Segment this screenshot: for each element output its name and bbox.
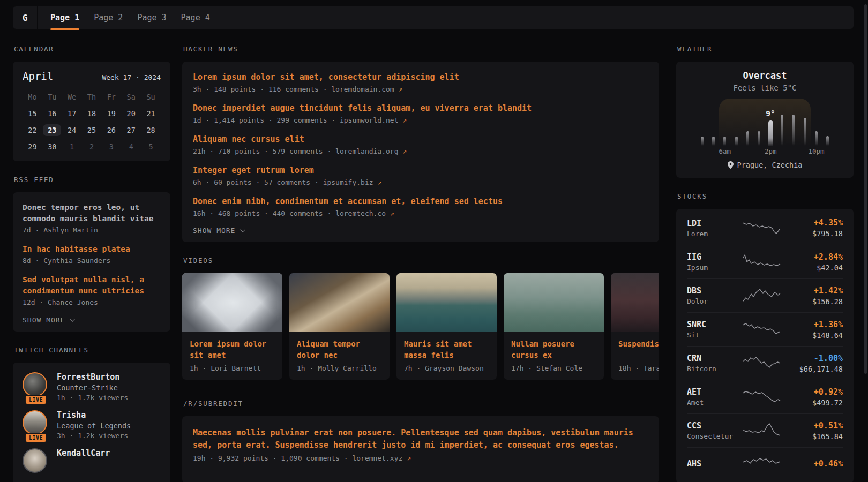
twitch-section-title: TWITCH CHANNELS	[14, 346, 170, 354]
stock-row-iig[interactable]: IIG Ipsum +2.84% $42.04	[687, 245, 843, 278]
calendar-day: 21	[141, 105, 161, 122]
stock-row-ldi[interactable]: LDI Lorem +4.35% $795.18	[687, 211, 843, 245]
video-card[interactable]: Lorem ipsum dolor sit amet consectetu… 1…	[182, 273, 282, 380]
twitch-section: TWITCH CHANNELS LIVE ForrestBurton Count…	[13, 346, 170, 482]
video-thumbnail	[504, 273, 604, 332]
videos-section: VIDEOS Lorem ipsum dolor sit amet consec…	[182, 257, 659, 380]
selected-day-label: 23	[43, 124, 61, 136]
stock-row-aet[interactable]: AET Amet +0.92% $499.72	[687, 380, 843, 413]
external-link-icon[interactable]: ↗	[402, 147, 407, 155]
hn-meta-text: 21h · 710 points · 579 comments · loreml…	[193, 147, 399, 155]
stock-sparkline	[743, 321, 782, 337]
hn-item-link[interactable]: Donec enim nibh, condimentum et accumsan…	[193, 195, 648, 207]
stock-symbol: AET	[687, 387, 736, 397]
videos-row: Lorem ipsum dolor sit amet consectetu… 1…	[182, 273, 659, 380]
calendar-day: 2	[82, 138, 102, 155]
tab-page-3[interactable]: Page 3	[137, 6, 166, 29]
top-nav: G Page 1 Page 2 Page 3 Page 4	[13, 6, 854, 29]
stock-row-ccs[interactable]: CCS Consectetur +0.51% $165.84	[687, 413, 843, 447]
video-card[interactable]: Mauris sit amet massa felis 7h · Grayson…	[396, 273, 497, 380]
hn-item-meta: 16h · 468 points · 440 comments · loremt…	[193, 209, 648, 217]
video-meta: 1h · Lori Barnett	[190, 364, 275, 372]
weather-hour-bar	[804, 118, 806, 146]
stock-sparkline	[743, 254, 782, 270]
hn-item-meta: 1d · 1,414 points · 299 comments · ipsum…	[193, 116, 648, 124]
page-scrollbar[interactable]	[864, 4, 867, 374]
avatar	[23, 448, 49, 473]
stock-row-snrc[interactable]: SNRC Sit +1.36% $148.64	[687, 312, 843, 346]
stock-symbol: DBS	[687, 286, 736, 296]
reddit-post-meta: 19h · 9,932 points · 1,090 comments · lo…	[193, 454, 648, 462]
avatar: LIVE	[23, 410, 49, 440]
external-link-icon[interactable]: ↗	[402, 116, 407, 124]
video-card[interactable]: Aliquam tempor dolor nec pharetra… 1h · …	[289, 273, 390, 380]
calendar-day: 16	[42, 105, 62, 122]
external-link-icon[interactable]: ↗	[390, 209, 394, 217]
rss-item-link[interactable]: Sed volutpat nulla nisl, a condimentum n…	[23, 274, 161, 297]
twitch-widget: LIVE ForrestBurton Counter-Strike 1h · 1…	[13, 363, 170, 482]
hn-item: Integer eget rutrum lorem 6h · 60 points…	[193, 164, 648, 186]
stock-change: +1.42%	[788, 286, 843, 296]
stocks-widget: LDI Lorem +4.35% $795.18 IIG Ipsum	[676, 209, 854, 482]
reddit-post-link[interactable]: Maecenas mollis pulvinar erat non posuer…	[193, 427, 648, 451]
dow-label: We	[62, 88, 82, 105]
rss-item-meta: 8d · Cynthia Saunders	[23, 257, 161, 265]
stock-sparkline	[743, 288, 782, 304]
hn-item-link[interactable]: Donec imperdiet augue tincidunt felis al…	[193, 102, 648, 114]
dow-label: Sa	[121, 88, 141, 105]
video-card[interactable]: Suspendisse diam 18h · Tara	[611, 273, 659, 380]
twitch-channel-kendallcarr[interactable]: KendallCarr	[23, 448, 161, 473]
hour-label: 10pm	[808, 147, 824, 155]
external-link-icon[interactable]: ↗	[407, 454, 411, 462]
tab-page-1[interactable]: Page 1	[50, 6, 79, 29]
weather-location: Prague, Czechia	[687, 161, 843, 169]
stock-row-crn[interactable]: CRN Bitcorn -1.00% $66,171.48	[687, 346, 843, 380]
stock-price: $499.72	[788, 398, 843, 407]
stock-change: +0.51%	[788, 421, 843, 431]
external-link-icon[interactable]: ↗	[399, 85, 403, 93]
hn-item-link[interactable]: Aliquam nec cursus elit	[193, 133, 648, 145]
stock-row-dbs[interactable]: DBS Dolor +1.42% $156.28	[687, 278, 843, 312]
rss-item-meta: 12d · Chance Jones	[23, 298, 161, 306]
channel-meta: 1h · 1.7k viewers	[57, 394, 128, 402]
video-thumbnail	[289, 273, 390, 332]
weather-hour-bar	[746, 131, 749, 146]
stock-row-ahs[interactable]: AHS +0.46%	[687, 447, 843, 481]
hn-item-link[interactable]: Lorem ipsum dolor sit amet, consectetur …	[193, 71, 648, 83]
tab-page-2[interactable]: Page 2	[94, 6, 123, 29]
video-thumbnail	[182, 273, 282, 332]
stock-change: +0.92%	[788, 387, 843, 397]
twitch-channel-forrestburton[interactable]: LIVE ForrestBurton Counter-Strike 1h · 1…	[23, 372, 161, 402]
hn-item-link[interactable]: Integer eget rutrum lorem	[193, 164, 648, 176]
twitch-channel-trisha[interactable]: LIVE Trisha League of Legends 3h · 1.2k …	[23, 410, 161, 440]
video-title: Mauris sit amet massa felis	[404, 338, 489, 361]
active-tab-underline	[50, 28, 79, 30]
video-title: Aliquam tempor dolor nec pharetra…	[297, 338, 382, 361]
rss-section-title: RSS FEED	[14, 176, 170, 184]
weather-section: WEATHER Overcast Feels like 5°C 9° 6am 2…	[676, 45, 854, 178]
calendar-section-title: CALENDAR	[14, 45, 170, 53]
hackernews-widget: Lorem ipsum dolor sit amet, consectetur …	[182, 62, 659, 242]
external-link-icon[interactable]: ↗	[377, 178, 381, 186]
rss-item-meta: 7d · Ashlyn Martin	[23, 226, 161, 234]
rss-item-link[interactable]: Donec tempor eros leo, ut commodo mauris…	[23, 202, 161, 224]
stock-change: +1.36%	[788, 320, 843, 329]
dow-label: Fr	[101, 88, 121, 105]
rss-item-link[interactable]: In hac habitasse platea	[23, 244, 161, 255]
weather-bars	[697, 99, 834, 146]
show-more-label: SHOW MORE	[23, 316, 65, 324]
hour-label: 2pm	[765, 147, 777, 155]
calendar-day: 3	[101, 138, 121, 155]
video-card[interactable]: Nullam posuere cursus ex 17h · Stefan Co…	[504, 273, 604, 380]
weather-hour-bar	[758, 131, 760, 146]
tab-page-4[interactable]: Page 4	[181, 6, 210, 29]
stock-change: +4.35%	[788, 218, 843, 228]
hackernews-section: HACKER NEWS Lorem ipsum dolor sit amet, …	[182, 45, 659, 242]
hn-show-more-button[interactable]: SHOW MORE	[193, 227, 648, 235]
channel-avatar	[23, 372, 47, 397]
reddit-meta-text: 19h · 9,932 points · 1,090 comments · lo…	[193, 454, 402, 462]
dow-label: Su	[141, 88, 161, 105]
rss-show-more-button[interactable]: SHOW MORE	[23, 316, 161, 324]
dow-label: Tu	[42, 88, 62, 105]
video-thumbnail	[611, 273, 659, 332]
